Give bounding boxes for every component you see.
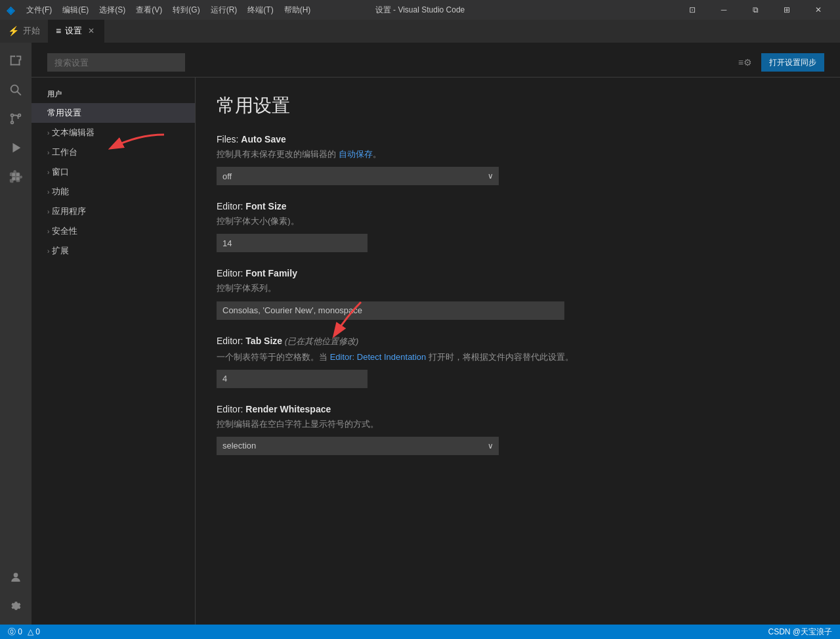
svg-rect-3	[19, 59, 20, 65]
menu-run[interactable]: 运行(R)	[207, 3, 242, 17]
status-credit: CSDN @天宝浪子	[768, 627, 832, 638]
font-size-input[interactable]	[217, 234, 368, 252]
setting-desc-auto-save: 控制具有未保存更改的编辑器的 自动保存。	[217, 148, 819, 160]
activity-extensions[interactable]	[3, 164, 29, 190]
setting-desc-font-size: 控制字体大小(像素)。	[217, 215, 819, 227]
detect-indentation-link[interactable]: Editor: Detect Indentation	[330, 352, 427, 362]
menu-view[interactable]: 查看(V)	[132, 3, 166, 17]
main-content: ≡⚙ 打开设置同步 用户 常用设置 › 文本编辑器 ›	[32, 43, 840, 625]
setting-label-font-size: Editor: Font Size	[217, 201, 819, 211]
vscode-icon: ◈	[7, 4, 14, 16]
nav-label-features: 功能	[52, 186, 69, 198]
tab-settings-close[interactable]: ✕	[86, 26, 96, 36]
layout-button[interactable]: ⊡	[677, 0, 707, 20]
sync-button[interactable]: 打开设置同步	[761, 53, 824, 72]
menu-edit[interactable]: 编辑(E)	[58, 3, 93, 17]
settings-sidebar: 用户 常用设置 › 文本编辑器 › 工作台 › 窗口 ›	[32, 77, 196, 625]
restore-button[interactable]: ⧉	[740, 0, 770, 20]
minimize-button[interactable]: ─	[709, 0, 739, 20]
nav-item-security[interactable]: › 安全性	[32, 221, 195, 241]
menu-goto[interactable]: 转到(G)	[169, 3, 203, 17]
header-actions: 打开设置同步	[761, 53, 824, 72]
setting-label-render-whitespace: Editor: Render Whitespace	[217, 404, 819, 414]
nav-item-window[interactable]: › 窗口	[32, 162, 195, 182]
title-bar-left: ◈ 文件(F) 编辑(E) 选择(S) 查看(V) 转到(G) 运行(R) 终端…	[7, 3, 314, 17]
grid-button[interactable]: ⊞	[772, 0, 802, 20]
svg-point-15	[14, 573, 18, 577]
settings-body: 用户 常用设置 › 文本编辑器 › 工作台 › 窗口 ›	[32, 77, 840, 625]
status-errors[interactable]: ⓪ 0	[8, 627, 22, 638]
menu-help[interactable]: 帮助(H)	[280, 3, 315, 17]
nav-item-app[interactable]: › 应用程序	[32, 202, 195, 221]
start-tab-icon: ⚡	[8, 26, 19, 36]
chevron-features: ›	[47, 188, 49, 196]
tab-size-italic: (已在其他位置修改)	[282, 336, 358, 346]
menu-select[interactable]: 选择(S)	[95, 3, 129, 17]
nav-label-editor: 文本编辑器	[52, 127, 94, 139]
tab-start-label: 开始	[23, 25, 40, 37]
svg-point-8	[18, 114, 21, 117]
title-bar: ◈ 文件(F) 编辑(E) 选择(S) 查看(V) 转到(G) 运行(R) 终端…	[0, 0, 840, 20]
nav-label-extensions: 扩展	[52, 245, 69, 257]
activity-git[interactable]	[3, 106, 29, 132]
svg-rect-2	[10, 64, 20, 66]
activity-bottom	[3, 564, 29, 625]
close-button[interactable]: ✕	[803, 0, 833, 20]
nav-item-common[interactable]: 常用设置	[32, 103, 195, 123]
tab-size-input[interactable]	[217, 370, 368, 388]
tab-settings[interactable]: ≡ 设置 ✕	[48, 20, 104, 43]
search-area: ≡⚙	[47, 53, 756, 72]
svg-line-6	[17, 91, 20, 95]
nav-item-editor[interactable]: › 文本编辑器	[32, 123, 195, 143]
menu-terminal[interactable]: 终端(T)	[243, 3, 277, 17]
font-family-input[interactable]	[217, 301, 564, 320]
settings-section-user: 用户	[32, 85, 195, 103]
chevron-app: ›	[47, 208, 49, 215]
search-filter-icon[interactable]: ≡⚙	[738, 57, 752, 68]
activity-settings-gear[interactable]	[3, 593, 29, 619]
setting-label-tab-size: Editor: Tab Size (已在其他位置修改)	[217, 336, 819, 347]
activity-search[interactable]	[3, 77, 29, 103]
nav-item-extensions-nav[interactable]: › 扩展	[32, 241, 195, 261]
status-bar: ⓪ 0 △ 0 CSDN @天宝浪子	[0, 625, 840, 639]
render-whitespace-select[interactable]: none boundary selection trailing all	[217, 437, 499, 455]
svg-rect-1	[10, 56, 12, 66]
nav-label-window: 窗口	[52, 166, 69, 178]
nav-item-features[interactable]: › 功能	[32, 182, 195, 202]
setting-desc-tab-size: 一个制表符等于的空格数。当 Editor: Detect Indentation…	[217, 351, 819, 363]
tab-settings-label: 设置	[65, 25, 82, 37]
settings-main: 常用设置 Files: Auto Save 控制具有未保存更改的编辑器的 自动保…	[196, 77, 840, 625]
chevron-security: ›	[47, 228, 49, 235]
tab-bar: ⚡ 开始 ≡ 设置 ✕	[0, 20, 840, 43]
setting-label-font-family: Editor: Font Family	[217, 268, 819, 278]
render-whitespace-select-wrapper: none boundary selection trailing all ∨	[217, 437, 499, 455]
svg-rect-13	[12, 177, 16, 181]
setting-label-bold-0: Auto Save	[241, 134, 285, 144]
chevron-window: ›	[47, 169, 49, 176]
status-warnings[interactable]: △ 0	[28, 627, 40, 636]
chevron-editor: ›	[47, 129, 49, 137]
activity-explorer[interactable]	[3, 48, 29, 74]
settings-main-title: 常用设置	[217, 93, 819, 118]
auto-save-link[interactable]: 自动保存	[339, 149, 373, 159]
setting-label-prefix-0: Files:	[217, 134, 241, 144]
chevron-extensions: ›	[47, 248, 49, 255]
setting-auto-save: Files: Auto Save 控制具有未保存更改的编辑器的 自动保存。 of…	[217, 134, 819, 185]
tab-start[interactable]: ⚡ 开始	[0, 20, 48, 43]
search-input[interactable]	[47, 53, 185, 72]
svg-rect-4	[14, 56, 15, 57]
menu-file[interactable]: 文件(F)	[22, 3, 56, 17]
nav-label-security: 安全性	[52, 225, 77, 237]
nav-label-app: 应用程序	[52, 206, 86, 217]
nav-label-workbench: 工作台	[52, 146, 77, 158]
auto-save-select[interactable]: off afterDelay onFocusChange onWindowCha…	[217, 167, 499, 185]
nav-label-common: 常用设置	[47, 107, 81, 119]
activity-account[interactable]	[3, 564, 29, 590]
nav-item-workbench[interactable]: › 工作台	[32, 143, 195, 162]
window-title: 设置 - Visual Studio Code	[375, 5, 465, 16]
setting-font-family: Editor: Font Family 控制字体系列。	[217, 268, 819, 319]
chevron-workbench: ›	[47, 149, 49, 156]
activity-run[interactable]	[3, 135, 29, 161]
svg-point-7	[11, 114, 14, 117]
svg-rect-12	[16, 173, 20, 177]
